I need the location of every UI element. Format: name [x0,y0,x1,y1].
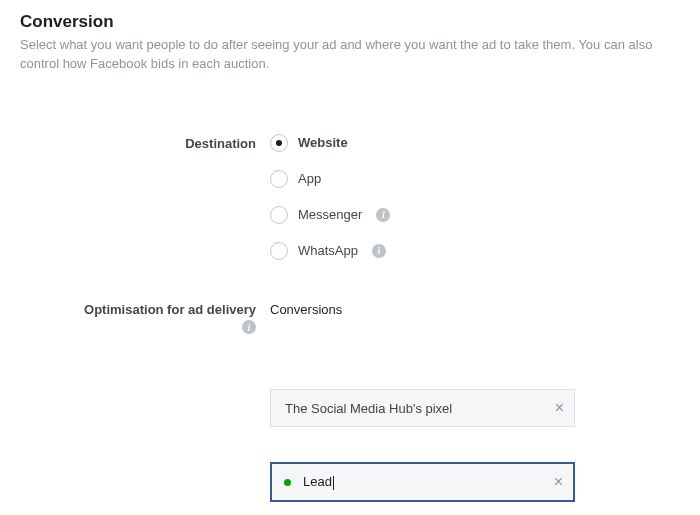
radio-icon [270,242,288,260]
optimisation-row: Optimisation for ad delivery i Conversio… [20,300,680,335]
optimisation-label: Optimisation for ad delivery i [20,300,270,335]
optimisation-value-wrapper: Conversions [270,300,680,335]
radio-icon [270,170,288,188]
event-input[interactable]: Lead × [270,462,575,502]
section-title: Conversion [20,12,680,32]
destination-option-whatsapp[interactable]: WhatsApp i [270,242,680,260]
radio-label: Website [298,135,348,150]
pixel-select[interactable]: The Social Media Hub's pixel × [270,389,575,427]
radio-label: Messenger [298,207,362,222]
form-area: Destination Website App Messenger i [20,134,680,503]
radio-label: WhatsApp [298,243,358,258]
destination-label: Destination [20,134,270,260]
text-caret [333,476,334,490]
radio-label: App [298,171,321,186]
radio-icon [270,206,288,224]
info-icon[interactable]: i [376,208,390,222]
destination-options: Website App Messenger i WhatsApp i [270,134,680,260]
status-dot-icon [284,479,291,486]
conversion-inputs: The Social Media Hub's pixel × Lead × [270,389,575,502]
event-value: Lead [303,474,554,490]
info-icon[interactable]: i [242,320,256,334]
close-icon[interactable]: × [554,473,563,491]
optimisation-value[interactable]: Conversions [270,300,680,317]
destination-option-website[interactable]: Website [270,134,680,152]
info-icon[interactable]: i [372,244,386,258]
pixel-value: The Social Media Hub's pixel [285,401,555,416]
destination-option-messenger[interactable]: Messenger i [270,206,680,224]
close-icon[interactable]: × [555,399,564,417]
radio-icon [270,134,288,152]
destination-row: Destination Website App Messenger i [20,134,680,260]
destination-option-app[interactable]: App [270,170,680,188]
section-description: Select what you want people to do after … [20,36,680,74]
